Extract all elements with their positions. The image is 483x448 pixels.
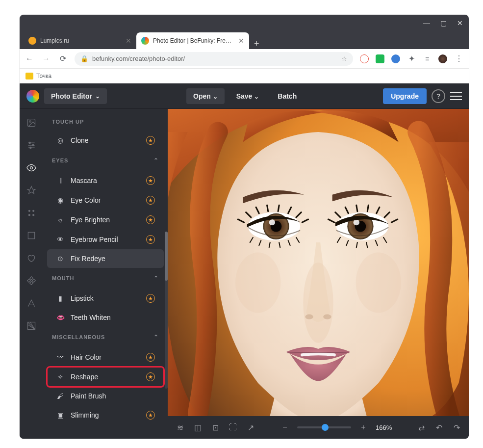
extension-music-icon[interactable] — [376, 54, 384, 63]
slimming-icon: ▣ — [56, 411, 65, 419]
tool-reshape[interactable]: ✧ Reshape ★ — [47, 367, 164, 387]
rail-image-icon[interactable] — [26, 118, 36, 128]
profile-avatar[interactable] — [438, 54, 447, 63]
premium-badge-icon: ★ — [146, 176, 155, 185]
upgrade-button[interactable]: Upgrade — [383, 88, 427, 104]
section-mouth[interactable]: MOUTH ⌃ — [43, 268, 168, 289]
menu-button[interactable]: ⋮ — [454, 54, 464, 64]
tool-paint-brush[interactable]: 🖌 Paint Brush — [47, 387, 164, 405]
svg-point-14 — [235, 253, 280, 313]
tool-label: Fix Redeye — [71, 255, 155, 263]
mascara-icon: 𝄃 — [56, 177, 65, 185]
premium-badge-icon: ★ — [146, 353, 155, 362]
fit-icon[interactable]: ⊡ — [210, 422, 221, 433]
hamburger-menu[interactable] — [450, 92, 462, 100]
tool-eye-brighten[interactable]: ☼ Eye Brighten ★ — [47, 210, 164, 230]
close-window-button[interactable]: ✕ — [457, 20, 463, 26]
url-input[interactable]: 🔒 befunky.com/create/photo-editor/ ☆ — [75, 52, 353, 66]
image-canvas[interactable] — [168, 109, 469, 416]
section-eyes[interactable]: EYES ⌃ — [43, 150, 168, 171]
rail-overlay-icon[interactable] — [26, 276, 36, 286]
batch-button[interactable]: Batch — [271, 88, 304, 104]
tab-label: Photo Editor | BeFunky: Free Onli — [153, 37, 234, 44]
tool-eyebrow-pencil[interactable]: 👁 Eyebrow Pencil ★ — [47, 230, 164, 249]
rail-heart-icon[interactable] — [26, 253, 36, 263]
new-tab-button[interactable]: + — [249, 39, 264, 49]
zoom-in-button[interactable]: + — [358, 422, 369, 433]
premium-badge-icon: ★ — [146, 196, 155, 205]
tool-teeth-whiten[interactable]: 👄 Teeth Whiten — [47, 308, 164, 327]
redo-button[interactable]: ↷ — [451, 422, 462, 433]
rail-text-icon[interactable] — [26, 298, 36, 308]
close-tab-icon[interactable]: ✕ — [238, 37, 244, 45]
star-icon[interactable]: ☆ — [341, 55, 347, 62]
tool-eye-color[interactable]: ◉ Eye Color ★ — [47, 190, 164, 210]
browser-window: — ▢ ✕ Lumpics.ru ✕ Photo Editor | BeFunk… — [20, 15, 469, 439]
svg-point-23 — [354, 219, 359, 225]
tab-befunky[interactable]: Photo Editor | BeFunky: Free Onli ✕ — [136, 32, 249, 49]
tool-label: Slimming — [71, 411, 140, 419]
mode-dropdown[interactable]: Photo Editor ⌄ — [44, 88, 107, 104]
extension-list-icon[interactable]: ≡ — [423, 54, 432, 63]
tab-lumpics[interactable]: Lumpics.ru ✕ — [24, 32, 136, 49]
svg-point-2 — [29, 142, 30, 143]
tool-clone[interactable]: ◎ Clone ★ — [47, 131, 164, 150]
reshape-icon: ✧ — [56, 373, 65, 381]
compare-icon[interactable]: ⇄ — [416, 422, 427, 433]
svg-point-24 — [305, 314, 313, 319]
rail-square-icon[interactable] — [26, 231, 36, 240]
extension-opera-icon[interactable] — [360, 54, 369, 63]
rail-texture-icon[interactable] — [26, 321, 36, 331]
forward-button[interactable]: → — [41, 54, 51, 64]
tool-slimming[interactable]: ▣ Slimming ★ — [47, 405, 164, 425]
svg-point-7 — [32, 210, 34, 212]
minimize-button[interactable]: — — [424, 20, 430, 26]
layers-icon[interactable]: ≋ — [175, 422, 185, 433]
svg-point-6 — [28, 210, 30, 212]
zoom-slider[interactable] — [297, 426, 351, 428]
open-button[interactable]: Open ⌄ — [186, 88, 225, 104]
rail-frames-icon[interactable] — [26, 208, 36, 218]
zoom-out-button[interactable]: − — [280, 422, 290, 433]
premium-badge-icon: ★ — [146, 136, 155, 145]
bookmark-folder-icon — [25, 73, 33, 79]
rail-sliders-icon[interactable] — [26, 140, 36, 150]
lipstick-icon: ▮ — [56, 294, 65, 302]
rail-star-icon[interactable] — [26, 185, 36, 195]
reload-button[interactable]: ⟳ — [58, 54, 68, 64]
fullscreen-icon[interactable]: ⛶ — [228, 422, 238, 433]
befunky-logo[interactable] — [26, 90, 39, 103]
extensions-puzzle-icon[interactable]: ✦ — [407, 54, 416, 63]
expand-icon[interactable]: ↗ — [245, 422, 256, 433]
app-body: TOUCH UP ◎ Clone ★ EYES ⌃ 𝄃 Mascara ★ ◉ — [20, 109, 469, 439]
svg-point-4 — [30, 147, 31, 148]
tool-hair-color[interactable]: 〰 Hair Color ★ — [47, 347, 164, 367]
tool-label: Mascara — [71, 177, 140, 184]
svg-point-8 — [28, 214, 30, 216]
redeye-icon: ⊙ — [56, 255, 65, 263]
tool-label: Reshape — [71, 373, 140, 381]
back-button[interactable]: ← — [25, 54, 34, 64]
help-button[interactable]: ? — [432, 89, 445, 103]
eye-brighten-icon: ☼ — [56, 216, 65, 224]
section-misc[interactable]: MISCELLANEOUS ⌃ — [43, 327, 168, 347]
lock-icon: 🔒 — [80, 55, 88, 62]
teeth-icon: 👄 — [56, 314, 65, 321]
rail-touchup-icon[interactable] — [26, 163, 36, 173]
tool-sidebar: TOUCH UP ◎ Clone ★ EYES ⌃ 𝄃 Mascara ★ ◉ — [43, 109, 168, 439]
extension-globe-icon[interactable] — [391, 54, 400, 63]
svg-rect-10 — [28, 232, 34, 238]
crop-icon[interactable]: ◫ — [192, 422, 203, 433]
svg-point-5 — [30, 167, 33, 169]
undo-button[interactable]: ↶ — [433, 422, 444, 433]
save-button[interactable]: Save ⌄ — [229, 88, 266, 104]
bookmark-label[interactable]: Точка — [36, 73, 51, 79]
tool-lipstick[interactable]: ▮ Lipstick ★ — [47, 289, 164, 308]
close-tab-icon[interactable]: ✕ — [126, 37, 131, 45]
tool-fix-redeye[interactable]: ⊙ Fix Redeye — [47, 249, 164, 268]
chevron-up-icon: ⌃ — [153, 334, 159, 341]
tool-label: Clone — [71, 136, 140, 144]
tool-mascara[interactable]: 𝄃 Mascara ★ — [47, 171, 164, 190]
premium-badge-icon: ★ — [146, 235, 155, 244]
maximize-button[interactable]: ▢ — [440, 20, 446, 26]
